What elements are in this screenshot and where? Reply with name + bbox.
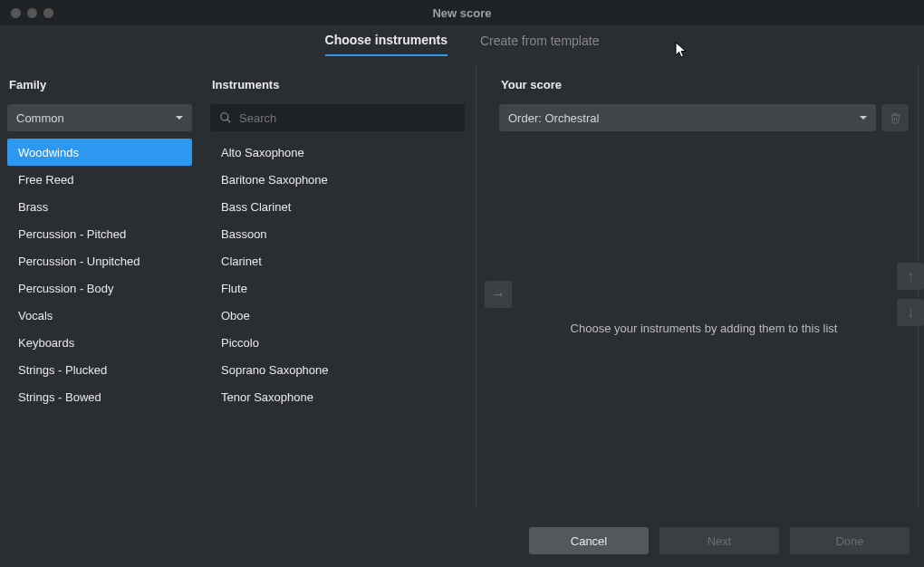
delete-instrument-button[interactable]	[881, 104, 909, 131]
family-item[interactable]: Strings - Bowed	[7, 383, 192, 410]
instruments-list: Alto SaxophoneBaritone SaxophoneBass Cla…	[210, 139, 465, 410]
footer-buttons: Cancel Next Done	[529, 527, 910, 554]
score-panel: Your score Order: Orchestral Choose your…	[476, 63, 919, 507]
family-item[interactable]: Vocals	[7, 302, 192, 329]
instruments-header: Instruments	[212, 78, 465, 91]
instrument-item[interactable]: Bassoon	[210, 220, 465, 247]
chevron-down-icon	[860, 116, 867, 120]
cancel-button[interactable]: Cancel	[529, 527, 649, 554]
instrument-item[interactable]: Soprano Saxophone	[210, 356, 465, 383]
window-title: New score	[0, 6, 924, 20]
instrument-item[interactable]: Flute	[210, 274, 465, 302]
chevron-down-icon	[176, 116, 183, 120]
score-empty-hint: Choose your instruments by adding them t…	[499, 322, 909, 335]
instruments-panel: Instruments Alto SaxophoneBaritone Saxop…	[203, 63, 476, 507]
family-item[interactable]: Free Reed	[7, 166, 192, 193]
family-item[interactable]: Percussion - Body	[7, 274, 192, 302]
instrument-item[interactable]: Alto Saxophone	[210, 139, 465, 166]
instrument-item[interactable]: Bass Clarinet	[210, 193, 465, 220]
family-panel: Family Common WoodwindsFree ReedBrassPer…	[0, 63, 199, 507]
search-icon	[219, 111, 232, 124]
score-order-select[interactable]: Order: Orchestral	[499, 104, 876, 131]
family-item[interactable]: Keyboards	[7, 329, 192, 356]
instrument-item[interactable]: Piccolo	[210, 329, 465, 356]
instrument-item[interactable]: Oboe	[210, 302, 465, 329]
svg-point-0	[221, 113, 228, 120]
family-category-select[interactable]: Common	[7, 104, 192, 131]
instrument-item[interactable]: Tenor Saxophone	[210, 383, 465, 410]
score-order-value: Order: Orchestral	[508, 111, 599, 125]
tabs: Choose instruments Create from template	[0, 25, 924, 63]
move-up-button[interactable]: ↑	[897, 263, 924, 290]
score-header: Your score	[501, 78, 909, 91]
arrow-down-icon: ↓	[907, 304, 914, 321]
move-down-button[interactable]: ↓	[897, 299, 924, 326]
arrow-up-icon: ↑	[907, 268, 914, 284]
done-button[interactable]: Done	[790, 527, 910, 554]
next-button[interactable]: Next	[659, 527, 779, 554]
family-header: Family	[9, 78, 192, 91]
family-item[interactable]: Brass	[7, 193, 192, 220]
instrument-item[interactable]: Clarinet	[210, 247, 465, 274]
instrument-search-input[interactable]	[239, 111, 456, 125]
trash-icon	[890, 112, 901, 124]
family-category-value: Common	[16, 111, 64, 125]
family-item[interactable]: Strings - Plucked	[7, 356, 192, 383]
family-list: WoodwindsFree ReedBrassPercussion - Pitc…	[7, 139, 192, 410]
reorder-controls: ↑ ↓	[897, 263, 924, 326]
family-item[interactable]: Woodwinds	[7, 139, 192, 166]
family-item[interactable]: Percussion - Unpitched	[7, 247, 192, 274]
tab-create-from-template[interactable]: Create from template	[480, 34, 600, 55]
instrument-search[interactable]	[210, 104, 465, 131]
titlebar: New score	[0, 0, 924, 25]
svg-line-1	[227, 120, 231, 123]
family-item[interactable]: Percussion - Pitched	[7, 220, 192, 247]
tab-choose-instruments[interactable]: Choose instruments	[325, 33, 448, 56]
instrument-item[interactable]: Baritone Saxophone	[210, 166, 465, 193]
